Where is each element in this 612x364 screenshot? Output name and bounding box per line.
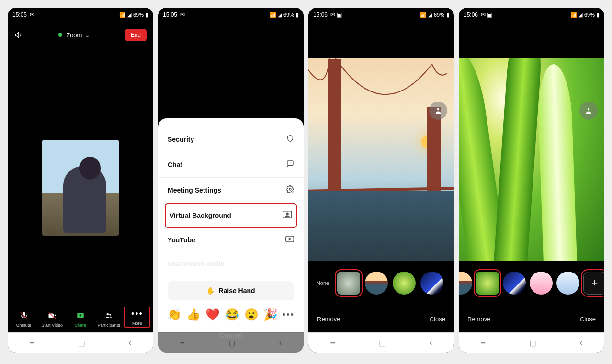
nav-home-icon[interactable]: ◻ xyxy=(529,338,536,348)
nav-home-icon[interactable]: ◻ xyxy=(228,338,236,348)
status-signal-icons: 📶 ◢ xyxy=(420,12,432,18)
svg-point-5 xyxy=(109,314,111,316)
share-button[interactable]: Share xyxy=(67,310,94,328)
status-signal-icons: 📶 ◢ xyxy=(270,12,282,18)
switch-camera-icon[interactable] xyxy=(429,102,447,120)
raise-hand-button[interactable]: ✋ Raise Hand xyxy=(168,281,294,300)
reaction-row: 👏 👍 ❤️ 😂 😮 🎉 ••• xyxy=(158,304,304,324)
virtual-background-icon xyxy=(283,211,292,220)
more-menu-sheet: Security Chat Meeting Settings Virtual B… xyxy=(158,118,304,332)
menu-item-disconnect-audio[interactable]: Disconnect Audio xyxy=(158,252,304,275)
menu-item-virtual-background[interactable]: Virtual Background xyxy=(165,203,297,228)
vb-option-pink[interactable] xyxy=(530,272,553,295)
status-time: 15:06 xyxy=(464,11,478,18)
chat-icon xyxy=(286,160,294,170)
status-msg-icon: ✉ xyxy=(180,11,185,18)
screenshot-4-vb-grass: 15:06 ✉ ▣ 📶 ◢ 69% ▮ + xyxy=(459,8,604,353)
nav-back-icon[interactable]: ‹ xyxy=(430,338,432,348)
reaction-tada[interactable]: 🎉 xyxy=(263,308,278,321)
reaction-more-icon[interactable]: ••• xyxy=(283,310,295,320)
battery-icon: ▮ xyxy=(597,12,600,18)
unmute-button[interactable]: Unmute xyxy=(11,310,37,328)
switch-camera-icon[interactable] xyxy=(579,102,598,120)
close-button[interactable]: Close xyxy=(580,316,596,323)
reaction-joy[interactable]: 😂 xyxy=(225,308,239,321)
menu-item-youtube[interactable]: YouTube xyxy=(158,228,304,252)
vb-option-sky[interactable] xyxy=(556,272,579,295)
status-time: 15:05 xyxy=(163,11,177,18)
vb-option-grass[interactable] xyxy=(476,272,499,295)
background-preview xyxy=(308,58,454,261)
nav-back-icon[interactable]: ‹ xyxy=(580,338,583,348)
nav-recent-icon[interactable]: ≡ xyxy=(29,338,34,348)
screenshot-1-meeting: 15:05 ✉ 📶 ◢ 69% ▮ Zoom ⌄ End xyxy=(8,8,153,353)
battery-icon: ▮ xyxy=(446,12,449,18)
menu-item-security[interactable]: Security xyxy=(158,127,304,152)
background-tray: None xyxy=(308,261,454,306)
android-nav-bar: ≡ ◻ ‹ xyxy=(308,332,454,353)
share-screen-icon xyxy=(76,310,85,321)
participants-button[interactable]: Participants xyxy=(95,310,122,328)
vb-option-space[interactable] xyxy=(503,272,526,295)
video-off-icon xyxy=(48,310,57,321)
raise-hand-icon: ✋ xyxy=(206,287,215,295)
vb-option-space[interactable] xyxy=(420,272,443,295)
nav-home-icon[interactable]: ◻ xyxy=(379,338,386,348)
start-video-button[interactable]: Start Video xyxy=(39,310,66,328)
status-battery: 69% xyxy=(283,12,294,18)
vb-option-bridge[interactable] xyxy=(459,272,472,295)
menu-item-chat[interactable]: Chat xyxy=(158,152,304,178)
nav-recent-icon[interactable]: ≡ xyxy=(330,338,335,348)
speaker-icon[interactable] xyxy=(14,30,23,40)
background-tray: + xyxy=(459,261,604,306)
svg-point-4 xyxy=(107,313,109,316)
nav-back-icon[interactable]: ‹ xyxy=(279,338,282,348)
mic-muted-icon xyxy=(20,310,28,321)
remove-button[interactable]: Remove xyxy=(317,316,340,323)
status-bar: 15:06 ✉ ▣ 📶 ◢ 69% ▮ xyxy=(308,8,454,20)
reaction-wow[interactable]: 😮 xyxy=(244,308,259,321)
vb-footer: Remove Close xyxy=(308,306,454,332)
menu-item-meeting-settings[interactable]: Meeting Settings xyxy=(158,178,304,203)
status-bar: 15:05 ✉ 📶 ◢ 69% ▮ xyxy=(158,8,304,20)
battery-icon: ▮ xyxy=(146,12,148,18)
svg-point-11 xyxy=(588,108,590,111)
close-button[interactable]: Close xyxy=(430,316,445,323)
more-icon: ••• xyxy=(131,308,143,319)
nav-recent-icon[interactable]: ≡ xyxy=(480,338,486,348)
status-time: 15:05 xyxy=(12,11,27,18)
vb-add-button[interactable]: + xyxy=(583,272,604,295)
vb-option-bridge[interactable] xyxy=(365,272,388,295)
vb-option-none[interactable]: None xyxy=(313,280,332,286)
status-msg-icon: ✉ ▣ xyxy=(481,11,492,18)
reaction-heart[interactable]: ❤️ xyxy=(205,308,220,321)
status-msg-icon: ✉ xyxy=(30,11,34,18)
status-bar: 15:06 ✉ ▣ 📶 ◢ 69% ▮ xyxy=(459,8,604,20)
status-signal-icons: 📶 ◢ xyxy=(119,12,131,18)
meeting-toolbar: Unmute Start Video Share Participants xyxy=(8,302,153,332)
nav-home-icon[interactable]: ◻ xyxy=(78,338,85,348)
chevron-down-icon: ⌄ xyxy=(85,32,90,39)
reaction-thumbsup[interactable]: 👍 xyxy=(186,308,201,321)
meeting-title[interactable]: Zoom ⌄ xyxy=(57,32,90,39)
plus-icon: + xyxy=(592,277,598,289)
background-preview xyxy=(459,58,604,261)
status-battery: 69% xyxy=(434,12,444,18)
battery-icon: ▮ xyxy=(296,12,299,18)
remove-button[interactable]: Remove xyxy=(467,316,490,323)
nav-recent-icon[interactable]: ≡ xyxy=(180,338,185,348)
reaction-clap[interactable]: 👏 xyxy=(167,308,181,321)
vb-footer: Remove Close xyxy=(459,306,604,332)
vb-option-grass[interactable] xyxy=(393,272,416,295)
status-msg-icon: ✉ ▣ xyxy=(330,11,342,18)
shield-icon xyxy=(286,135,294,144)
status-battery: 69% xyxy=(584,12,595,18)
more-button[interactable]: ••• More xyxy=(124,307,150,328)
screenshot-2-more-menu: 15:05 ✉ 📶 ◢ 69% ▮ Security Chat xyxy=(158,8,304,353)
android-nav-bar: ≡ ◻ ‹ xyxy=(459,332,604,353)
end-button[interactable]: End xyxy=(125,29,147,41)
vb-option-blur[interactable] xyxy=(337,272,360,295)
status-battery: 69% xyxy=(133,12,144,18)
nav-back-icon[interactable]: ‹ xyxy=(129,338,132,348)
youtube-icon xyxy=(285,236,294,244)
